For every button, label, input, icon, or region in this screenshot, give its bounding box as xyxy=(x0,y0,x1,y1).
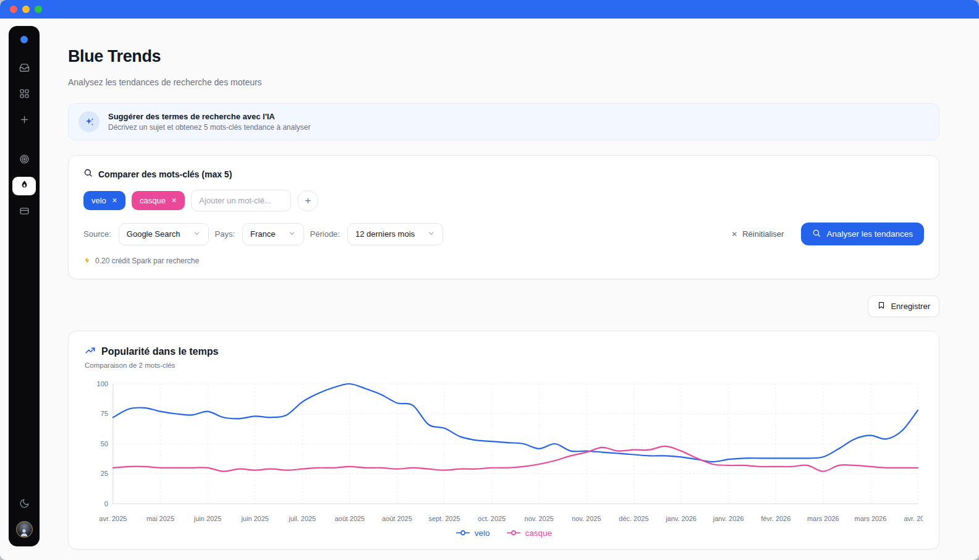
keyword-chip-velo[interactable]: velo ✕ xyxy=(83,191,125,210)
sparkles-icon xyxy=(78,111,100,132)
keyword-compare-card: Comparer des mots-clés (max 5) velo ✕ ca… xyxy=(68,155,939,279)
popularity-over-time-card: Popularité dans le temps Comparaison de … xyxy=(68,331,939,549)
trend-chart: avr. 2025mai 2025juin 2025juin 2025juil.… xyxy=(85,376,923,527)
svg-text:févr. 2026: févr. 2026 xyxy=(761,515,790,522)
sidebar-item-dashboard[interactable] xyxy=(12,85,36,104)
keyword-chip-casque[interactable]: casque ✕ xyxy=(132,191,185,210)
period-select-value: 12 derniers mois xyxy=(355,229,415,239)
analyze-trends-label: Analyser les tendances xyxy=(826,229,913,239)
chevron-down-icon xyxy=(427,229,435,239)
legend-marker-icon xyxy=(456,528,470,538)
spark-bolt-icon xyxy=(83,255,91,266)
svg-text:janv. 2026: janv. 2026 xyxy=(713,515,744,522)
trending-up-icon xyxy=(85,345,96,358)
trend-card-subtitle: Comparaison de 2 mots-clés xyxy=(85,362,923,369)
svg-text:août 2025: août 2025 xyxy=(334,515,365,522)
save-button[interactable]: Enregistrer xyxy=(868,295,939,317)
svg-text:50: 50 xyxy=(101,440,108,448)
target-icon xyxy=(19,154,30,167)
inbox-icon xyxy=(19,62,30,75)
analyze-trends-button[interactable]: Analyser les tendances xyxy=(801,223,924,245)
reset-button[interactable]: ✕ Réinitialiser xyxy=(726,226,789,242)
sidebar-item-tracking[interactable] xyxy=(12,151,36,169)
minimize-window-button[interactable] xyxy=(22,6,30,13)
svg-text:25: 25 xyxy=(101,470,108,478)
svg-text:mars 2026: mars 2026 xyxy=(807,515,839,522)
source-select-value: Google Search xyxy=(127,229,180,239)
credit-note: 0.20 crédit Spark par recherche xyxy=(95,257,199,265)
bookmark-icon xyxy=(877,301,886,312)
user-avatar[interactable] xyxy=(16,521,33,538)
svg-text:juin 2025: juin 2025 xyxy=(240,515,268,522)
ai-banner-title: Suggérer des termes de recherche avec l'… xyxy=(108,112,311,121)
source-label: Source: xyxy=(83,229,111,239)
trend-card-title: Popularité dans le temps xyxy=(101,346,218,357)
remove-keyword-icon[interactable]: ✕ xyxy=(112,197,117,205)
moon-icon xyxy=(19,498,30,511)
keyword-chip-label: velo xyxy=(91,196,106,205)
main-content: Blue Trends Analysez les tendances de re… xyxy=(68,19,939,560)
add-keyword-button[interactable]: + xyxy=(297,190,318,211)
zoom-window-button[interactable] xyxy=(35,6,42,13)
period-label: Période: xyxy=(310,229,340,239)
ai-banner-subtitle: Décrivez un sujet et obtenez 5 mots-clés… xyxy=(108,123,311,132)
chevron-down-icon xyxy=(193,229,201,239)
svg-text:mars 2026: mars 2026 xyxy=(855,515,887,522)
app-body: Blue Trends Analysez les tendances de re… xyxy=(0,19,979,560)
country-label: Pays: xyxy=(215,229,235,239)
app-logo-dot xyxy=(20,36,28,43)
window-titlebar xyxy=(0,0,979,19)
svg-text:mai 2025: mai 2025 xyxy=(146,515,174,522)
svg-text:sept. 2025: sept. 2025 xyxy=(428,515,460,522)
svg-text:juin 2025: juin 2025 xyxy=(193,515,221,522)
save-button-label: Enregistrer xyxy=(891,302,930,311)
legend-item-velo[interactable]: velo xyxy=(456,528,490,538)
svg-text:nov. 2025: nov. 2025 xyxy=(572,515,601,522)
sidebar-item-new[interactable] xyxy=(12,111,36,130)
add-keyword-input[interactable] xyxy=(191,190,291,211)
sidebar xyxy=(9,26,40,546)
period-select[interactable]: 12 derniers mois xyxy=(347,223,443,245)
svg-text:oct. 2025: oct. 2025 xyxy=(478,515,506,522)
source-select[interactable]: Google Search xyxy=(119,223,209,245)
remove-keyword-icon[interactable]: ✕ xyxy=(171,197,177,205)
search-icon xyxy=(812,229,821,239)
chart-legend: velo casque xyxy=(85,528,923,540)
ai-suggest-banner[interactable]: Suggérer des termes de recherche avec l'… xyxy=(68,103,939,140)
sidebar-item-inbox[interactable] xyxy=(12,59,36,78)
page-subtitle: Analysez les tendances de recherche des … xyxy=(68,77,939,87)
svg-text:déc. 2025: déc. 2025 xyxy=(619,515,648,522)
svg-text:75: 75 xyxy=(101,410,108,418)
sidebar-item-trends[interactable] xyxy=(12,177,36,195)
app-window: Blue Trends Analysez les tendances de re… xyxy=(0,0,979,560)
legend-label: velo xyxy=(475,528,490,538)
compare-card-title: Comparer des mots-clés (max 5) xyxy=(98,169,232,179)
legend-marker-icon xyxy=(506,528,521,538)
keyword-chip-label: casque xyxy=(140,196,166,205)
svg-text:0: 0 xyxy=(104,500,108,507)
flame-icon xyxy=(19,180,30,193)
chevron-down-icon xyxy=(288,229,296,239)
sidebar-item-wallet[interactable] xyxy=(12,203,36,221)
svg-text:100: 100 xyxy=(97,380,108,388)
svg-text:juil. 2025: juil. 2025 xyxy=(288,515,316,522)
legend-item-casque[interactable]: casque xyxy=(506,528,553,538)
svg-text:avr. 2025: avr. 2025 xyxy=(99,515,127,522)
svg-text:avr. 2026: avr. 2026 xyxy=(904,515,923,522)
close-window-button[interactable] xyxy=(10,6,17,13)
page-title: Blue Trends xyxy=(68,47,939,66)
search-icon xyxy=(83,168,93,180)
reset-button-label: Réinitialiser xyxy=(742,229,784,239)
svg-text:janv. 2026: janv. 2026 xyxy=(665,515,697,522)
plus-icon xyxy=(19,114,30,127)
close-icon: ✕ xyxy=(731,230,737,239)
country-select[interactable]: France xyxy=(242,223,303,245)
legend-label: casque xyxy=(525,528,553,538)
svg-text:nov. 2025: nov. 2025 xyxy=(525,515,554,522)
trend-chart-svg: avr. 2025mai 2025juin 2025juin 2025juil.… xyxy=(85,376,923,527)
country-select-value: France xyxy=(250,229,275,239)
wallet-icon xyxy=(19,206,30,219)
theme-toggle[interactable] xyxy=(12,495,36,514)
svg-text:août 2025: août 2025 xyxy=(382,515,412,522)
grid-icon xyxy=(19,88,30,101)
